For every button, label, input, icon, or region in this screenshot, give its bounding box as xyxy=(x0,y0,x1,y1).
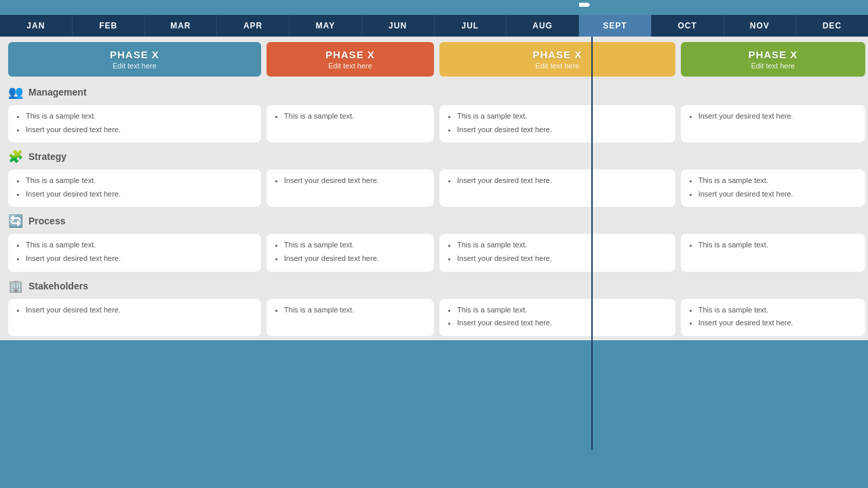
main-wrapper: JANFEBMARAPRMAYJUNJULAUGSEPTOCTNOVDEC PH… xyxy=(0,0,868,488)
cards-row-0: This is a sample text.Insert your desire… xyxy=(0,102,868,146)
card-0-1: This is a sample text. xyxy=(267,105,434,142)
page-title xyxy=(0,0,868,15)
phase-title-4: PHASE X xyxy=(748,49,797,60)
phase-title-1: PHASE X xyxy=(110,49,159,60)
section-header-0: 👥Management xyxy=(0,82,868,102)
today-marker xyxy=(579,0,590,9)
section-title-0: Management xyxy=(28,87,87,98)
month-cell-aug: AUG xyxy=(507,15,579,37)
card-3-3: This is a sample text.Insert your desire… xyxy=(681,299,865,336)
phase-subtitle-1: Edit text here xyxy=(113,62,157,70)
section-title-2: Process xyxy=(28,216,65,226)
phase-block-4: PHASE XEdit text here xyxy=(681,42,865,77)
card-item: Insert your desired text here. xyxy=(457,317,667,329)
card-3-0: Insert your desired text here. xyxy=(8,299,261,336)
card-item: This is a sample text. xyxy=(26,239,253,251)
section-header-1: 🧩Strategy xyxy=(0,146,868,167)
month-cell-dec: DEC xyxy=(796,15,868,37)
card-0-0: This is a sample text.Insert your desire… xyxy=(8,105,261,142)
section-icon-0: 👥 xyxy=(8,85,23,100)
card-2-2: This is a sample text.Insert your desire… xyxy=(439,234,675,271)
today-flag xyxy=(579,3,590,7)
card-1-3: This is a sample text.Insert your desire… xyxy=(681,169,865,207)
card-0-2: This is a sample text.Insert your desire… xyxy=(439,105,675,142)
card-item: Insert your desired text here. xyxy=(457,124,667,136)
content-area: PHASE XEdit text herePHASE XEdit text he… xyxy=(0,37,868,340)
card-1-0: This is a sample text.Insert your desire… xyxy=(8,169,261,207)
section-icon-1: 🧩 xyxy=(8,149,23,164)
month-cell-oct: OCT xyxy=(652,15,724,37)
card-2-0: This is a sample text.Insert your desire… xyxy=(8,234,261,271)
month-cell-jan: JAN xyxy=(0,15,73,37)
phase-subtitle-3: Edit text here xyxy=(535,62,579,70)
month-header: JANFEBMARAPRMAYJUNJULAUGSEPTOCTNOVDEC xyxy=(0,15,868,37)
cards-row-1: This is a sample text.Insert your desire… xyxy=(0,167,868,211)
card-item: Insert your desired text here. xyxy=(26,253,253,265)
month-cell-apr: APR xyxy=(217,15,290,37)
phase-block-1: PHASE XEdit text here xyxy=(8,42,261,77)
phase-subtitle-4: Edit text here xyxy=(751,62,795,70)
phase-row: PHASE XEdit text herePHASE XEdit text he… xyxy=(0,37,868,82)
card-0-3: Insert your desired text here. xyxy=(681,105,865,142)
section-header-3: 🏢Stakeholders xyxy=(0,276,868,296)
month-cell-sept: SEPT xyxy=(579,15,652,37)
phase-block-2: PHASE XEdit text here xyxy=(267,42,434,77)
section-title-1: Strategy xyxy=(28,151,66,162)
month-cell-nov: NOV xyxy=(724,15,797,37)
month-cell-jul: JUL xyxy=(435,15,507,37)
card-item: Insert your desired text here. xyxy=(698,110,857,123)
card-item: Insert your desired text here. xyxy=(698,317,857,329)
month-cell-mar: MAR xyxy=(145,15,218,37)
section-icon-2: 🔄 xyxy=(8,214,23,228)
card-2-1: This is a sample text.Insert your desire… xyxy=(267,234,434,271)
month-cell-feb: FEB xyxy=(73,15,145,37)
month-cell-may: MAY xyxy=(290,15,362,37)
section-title-3: Stakeholders xyxy=(28,281,88,291)
month-cell-jun: JUN xyxy=(362,15,435,37)
phase-block-3: PHASE XEdit text here xyxy=(439,42,675,77)
card-item: This is a sample text. xyxy=(698,304,857,317)
card-1-2: Insert your desired text here. xyxy=(439,169,675,207)
card-item: Insert your desired text here. xyxy=(26,188,253,201)
card-item: This is a sample text. xyxy=(698,175,857,187)
timeline-area: JANFEBMARAPRMAYJUNJULAUGSEPTOCTNOVDEC xyxy=(0,15,868,37)
card-item: This is a sample text. xyxy=(26,110,253,123)
card-item: Insert your desired text here. xyxy=(26,124,253,136)
card-item: Insert your desired text here. xyxy=(457,175,667,187)
card-item: Insert your desired text here. xyxy=(457,253,667,265)
card-item: Insert your desired text here. xyxy=(284,175,426,187)
section-icon-3: 🏢 xyxy=(8,279,23,293)
card-item: This is a sample text. xyxy=(457,239,667,251)
card-item: Insert your desired text here. xyxy=(284,253,426,265)
card-item: Insert your desired text here. xyxy=(26,304,253,317)
card-item: This is a sample text. xyxy=(284,304,426,317)
phase-title-2: PHASE X xyxy=(326,49,375,60)
card-item: Insert your desired text here. xyxy=(698,188,857,201)
card-1-1: Insert your desired text here. xyxy=(267,169,434,207)
card-item: This is a sample text. xyxy=(26,175,253,187)
cards-row-2: This is a sample text.Insert your desire… xyxy=(0,231,868,275)
card-item: This is a sample text. xyxy=(457,304,667,317)
card-item: This is a sample text. xyxy=(457,110,667,123)
card-item: This is a sample text. xyxy=(284,110,426,123)
card-item: This is a sample text. xyxy=(284,239,426,251)
cards-row-3: Insert your desired text here.This is a … xyxy=(0,296,868,340)
card-2-3: This is a sample text. xyxy=(681,234,865,271)
today-line xyxy=(591,37,593,450)
phase-subtitle-2: Edit text here xyxy=(328,62,372,70)
card-item: This is a sample text. xyxy=(698,239,857,251)
card-3-1: This is a sample text. xyxy=(267,299,434,336)
phase-title-3: PHASE X xyxy=(532,49,582,60)
section-header-2: 🔄Process xyxy=(0,211,868,231)
card-3-2: This is a sample text.Insert your desire… xyxy=(439,299,675,336)
